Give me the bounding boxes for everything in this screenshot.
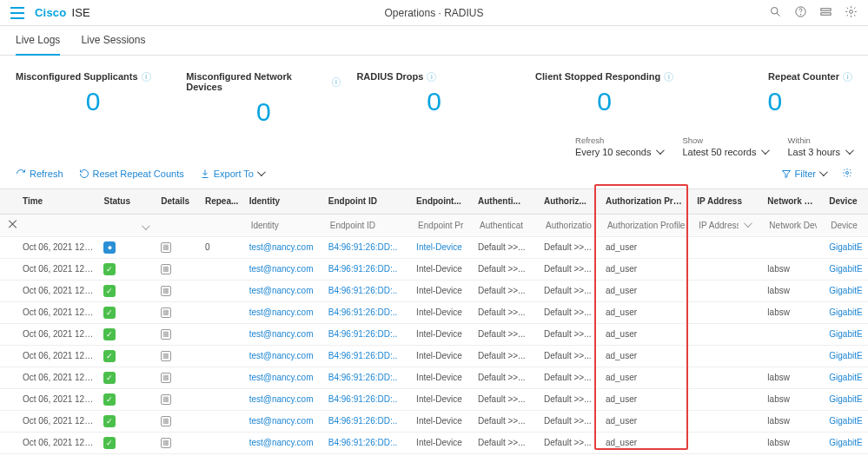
export-button[interactable]: Export To bbox=[200, 169, 264, 179]
dev-filter[interactable] bbox=[829, 220, 863, 231]
ip-filter-dropdown[interactable] bbox=[697, 220, 751, 231]
col-details[interactable]: Details bbox=[156, 189, 200, 214]
cell-endpoint-id[interactable]: B4:96:91:26:DD:.. bbox=[323, 258, 411, 280]
table-row[interactable]: Oct 06, 2021 12:30:13.8..●▦0test@nancy.c… bbox=[0, 236, 868, 258]
cell-identity[interactable]: test@nancy.com bbox=[244, 280, 323, 301]
col-identity[interactable]: Identity bbox=[244, 189, 323, 214]
gear-icon[interactable] bbox=[845, 5, 858, 20]
cell-endpoint-id[interactable]: B4:96:91:26:DD:.. bbox=[323, 236, 411, 258]
cell-identity[interactable]: test@nancy.com bbox=[244, 432, 323, 453]
table-row[interactable]: Oct 06, 2021 12:00:52.6..✓▦test@nancy.co… bbox=[0, 432, 868, 453]
details-icon[interactable]: ▦ bbox=[161, 286, 171, 296]
cell-device[interactable]: GigabitE bbox=[824, 367, 868, 388]
cell-endpoint-id[interactable]: B4:96:91:26:DD:.. bbox=[323, 388, 411, 410]
authp-filter[interactable] bbox=[606, 220, 686, 231]
details-icon[interactable]: ▦ bbox=[161, 264, 171, 274]
tasks-icon[interactable] bbox=[819, 5, 832, 20]
cell-device[interactable]: GigabitE bbox=[824, 236, 868, 258]
cell-identity[interactable]: test@nancy.com bbox=[244, 258, 323, 280]
table-row[interactable]: Oct 06, 2021 12:29:22.5..✓▦test@nancy.co… bbox=[0, 323, 868, 345]
col-ip[interactable]: IP Address bbox=[692, 189, 762, 214]
details-icon[interactable]: ▦ bbox=[161, 438, 171, 448]
info-icon[interactable]: i bbox=[332, 77, 341, 87]
table-row[interactable]: Oct 06, 2021 12:28:33.5..✓▦test@nancy.co… bbox=[0, 388, 868, 410]
cell-authn: Default >>... bbox=[473, 280, 539, 301]
col-authp[interactable]: Authorization Profiles bbox=[600, 189, 692, 214]
help-icon[interactable] bbox=[794, 5, 807, 20]
menu-icon[interactable] bbox=[10, 7, 24, 19]
cell-identity[interactable]: test@nancy.com bbox=[244, 410, 323, 432]
cell-device[interactable]: GigabitE bbox=[824, 301, 868, 323]
reset-repeat-button[interactable]: Reset Repeat Counts bbox=[79, 169, 184, 179]
status-filter-dropdown[interactable] bbox=[103, 224, 149, 231]
cell-endpoint-id[interactable]: B4:96:91:26:DD:.. bbox=[323, 323, 411, 345]
col-endpoint-id[interactable]: Endpoint ID bbox=[323, 189, 411, 214]
cell-endpoint-id[interactable]: B4:96:91:26:DD:.. bbox=[323, 301, 411, 323]
show-selector[interactable]: Show Latest 50 records bbox=[682, 135, 768, 157]
cell-identity[interactable]: test@nancy.com bbox=[244, 367, 323, 388]
within-selector[interactable]: Within Last 3 hours bbox=[787, 135, 852, 157]
info-icon[interactable]: i bbox=[427, 72, 436, 82]
col-authn[interactable]: Authenti... bbox=[473, 189, 539, 214]
brand-logo: Cisco bbox=[35, 6, 66, 19]
cell-endpoint-id[interactable]: B4:96:91:26:DD:.. bbox=[323, 367, 411, 388]
col-endpoint-profile[interactable]: Endpoint... bbox=[411, 189, 473, 214]
tab-live-sessions[interactable]: Live Sessions bbox=[81, 26, 145, 56]
cell-time: Oct 06, 2021 12:00:52.6.. bbox=[0, 432, 98, 453]
gear-icon[interactable] bbox=[842, 168, 852, 180]
table-row[interactable]: Oct 06, 2021 12:29:35.8..✓▦test@nancy.co… bbox=[0, 301, 868, 323]
endpoint-id-filter[interactable] bbox=[328, 220, 406, 231]
cell-details: ▦ bbox=[156, 410, 200, 432]
cell-endpoint-id[interactable]: B4:96:91:26:DD:.. bbox=[323, 410, 411, 432]
endpoint-profile-filter[interactable] bbox=[416, 220, 467, 231]
refresh-selector[interactable]: Refresh Every 10 seconds bbox=[575, 135, 663, 157]
cell-identity[interactable]: test@nancy.com bbox=[244, 301, 323, 323]
details-icon[interactable]: ▦ bbox=[161, 416, 171, 426]
cell-identity[interactable]: test@nancy.com bbox=[244, 345, 323, 367]
cell-device[interactable]: GigabitE bbox=[824, 410, 868, 432]
details-icon[interactable]: ▦ bbox=[161, 351, 171, 361]
table-row[interactable]: Oct 06, 2021 12:01:09.9..✓▦test@nancy.co… bbox=[0, 410, 868, 432]
cell-device[interactable]: GigabitE bbox=[824, 345, 868, 367]
cell-identity[interactable]: test@nancy.com bbox=[244, 236, 323, 258]
tab-live-logs[interactable]: Live Logs bbox=[16, 26, 60, 56]
details-icon[interactable]: ▦ bbox=[161, 242, 171, 253]
ip-filter[interactable] bbox=[697, 220, 740, 231]
refresh-button[interactable]: Refresh bbox=[16, 169, 63, 179]
cell-endpoint-id[interactable]: B4:96:91:26:DD:.. bbox=[323, 345, 411, 367]
details-icon[interactable]: ▦ bbox=[161, 307, 171, 318]
cell-device[interactable]: GigabitE bbox=[824, 258, 868, 280]
identity-filter[interactable] bbox=[249, 220, 318, 231]
info-icon[interactable]: i bbox=[843, 72, 852, 82]
cell-endpoint-id[interactable]: B4:96:91:26:DD:.. bbox=[323, 432, 411, 453]
col-network-device[interactable]: Network De... bbox=[762, 189, 824, 214]
cell-identity[interactable]: test@nancy.com bbox=[244, 323, 323, 345]
cell-device[interactable]: GigabitE bbox=[824, 432, 868, 453]
details-icon[interactable]: ▦ bbox=[161, 394, 171, 405]
authz-filter[interactable] bbox=[544, 220, 595, 231]
cell-endpoint-id[interactable]: B4:96:91:26:DD:.. bbox=[323, 280, 411, 301]
filter-button[interactable]: Filter bbox=[781, 169, 826, 179]
col-device[interactable]: Device bbox=[824, 189, 868, 214]
info-icon[interactable]: i bbox=[142, 72, 151, 82]
table-row[interactable]: Oct 06, 2021 12:30:13.8..✓▦test@nancy.co… bbox=[0, 258, 868, 280]
col-time[interactable]: Time bbox=[0, 189, 98, 214]
nd-filter[interactable] bbox=[767, 220, 818, 231]
authn-filter[interactable] bbox=[478, 220, 533, 231]
info-icon[interactable]: i bbox=[664, 72, 673, 82]
col-authz[interactable]: Authoriz... bbox=[539, 189, 600, 214]
table-row[interactable]: Oct 06, 2021 12:28:58.5..✓▦test@nancy.co… bbox=[0, 345, 868, 367]
cell-device[interactable]: GigabitE bbox=[824, 388, 868, 410]
table-row[interactable]: Oct 06, 2021 12:28:46.3..✓▦test@nancy.co… bbox=[0, 367, 868, 388]
cell-device[interactable]: GigabitE bbox=[824, 280, 868, 301]
close-icon[interactable] bbox=[9, 220, 17, 228]
col-status[interactable]: Status bbox=[98, 189, 156, 214]
endpoint-profile-link[interactable]: Intel-Device bbox=[416, 242, 462, 252]
table-row[interactable]: Oct 06, 2021 12:29:51.2..✓▦test@nancy.co… bbox=[0, 280, 868, 301]
cell-identity[interactable]: test@nancy.com bbox=[244, 388, 323, 410]
cell-device[interactable]: GigabitE bbox=[824, 323, 868, 345]
details-icon[interactable]: ▦ bbox=[161, 329, 171, 340]
details-icon[interactable]: ▦ bbox=[161, 373, 171, 383]
search-icon[interactable] bbox=[769, 5, 782, 20]
col-repeat[interactable]: Repea... bbox=[200, 189, 244, 214]
